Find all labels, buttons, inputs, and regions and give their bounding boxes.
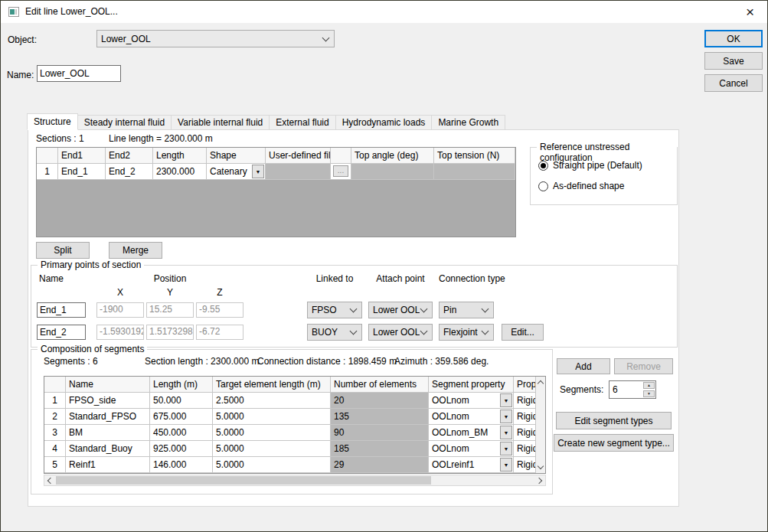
- row-number[interactable]: 1: [37, 164, 58, 180]
- cell-length[interactable]: 2300.000: [153, 164, 207, 180]
- row-number[interactable]: 2: [44, 409, 66, 425]
- scroll-right-icon[interactable]: [536, 478, 542, 484]
- ok-button[interactable]: OK: [704, 30, 763, 47]
- cancel-button[interactable]: Cancel: [704, 74, 763, 92]
- tab-steady-internal-fluid[interactable]: Steady internal fluid: [77, 115, 172, 129]
- segment-row: 3 BM 450.000 5.0000 90 OOLnom_BM ▼ Rigid: [44, 425, 545, 441]
- end1-name-input[interactable]: [37, 302, 86, 318]
- cell-target-element-length[interactable]: 5.0000: [213, 457, 331, 473]
- row-number[interactable]: 4: [44, 441, 66, 457]
- tab-marine-growth[interactable]: Marine Growth: [431, 115, 505, 129]
- cell-target-element-length[interactable]: 5.0000: [213, 425, 331, 441]
- browse-button[interactable]: ...: [333, 165, 348, 177]
- spin-down-icon[interactable]: ▼: [643, 390, 655, 397]
- scroll-down-icon[interactable]: [538, 463, 544, 469]
- spin-up-icon[interactable]: ▲: [643, 382, 655, 389]
- split-button[interactable]: Split: [36, 242, 90, 259]
- tab-variable-internal-fluid[interactable]: Variable internal fluid: [171, 115, 270, 129]
- dropdown-arrow-button[interactable]: ▼: [252, 165, 264, 178]
- name-input[interactable]: [37, 65, 121, 82]
- cell-segment-property[interactable]: OOLnom ▼: [429, 409, 514, 425]
- dropdown-arrow-button[interactable]: ▼: [500, 393, 512, 407]
- cell-shape[interactable]: Catenary ▼: [207, 164, 266, 180]
- end2-attach-point-combobox[interactable]: Lower OOL: [368, 324, 433, 341]
- end2-linked-to-combobox[interactable]: BUOY: [307, 324, 362, 341]
- name-label: Name:: [7, 70, 34, 80]
- tab-structure[interactable]: Structure: [27, 113, 78, 130]
- scrollbar-thumb[interactable]: [56, 476, 431, 485]
- attach-point-label: Attach point: [368, 273, 433, 284]
- cell-prop[interactable]: Rigid: [514, 393, 538, 409]
- cell-name[interactable]: Reinf1: [66, 457, 150, 473]
- cell-segment-property[interactable]: OOLreinf1 ▼: [429, 457, 514, 473]
- scroll-left-icon[interactable]: [47, 478, 54, 484]
- cell-length[interactable]: 675.000: [150, 409, 213, 425]
- cell-target-element-length[interactable]: 2.5000: [213, 393, 331, 409]
- segment-property-value: OOLnom_BM: [432, 427, 488, 438]
- cell-target-element-length[interactable]: 5.0000: [213, 409, 331, 425]
- end1-linked-to-combobox[interactable]: FPSO: [307, 302, 362, 318]
- dropdown-arrow-button[interactable]: ▼: [500, 458, 512, 472]
- radio-straight-pipe[interactable]: [538, 161, 548, 171]
- add-segment-button[interactable]: Add: [557, 358, 610, 374]
- sections-table: End1 End2 Length Shape User-defined file…: [36, 147, 516, 237]
- radio-as-defined-shape[interactable]: [538, 181, 548, 191]
- create-segment-type-button[interactable]: Create new segment type...: [554, 434, 674, 452]
- cell-name[interactable]: BM: [66, 425, 150, 441]
- cell-prop[interactable]: Rigid: [514, 409, 538, 425]
- end1-attach-point-combobox[interactable]: Lower OOL: [368, 302, 433, 318]
- linked-to-label: Linked to: [307, 273, 362, 284]
- cell-number-of-elements: 185: [331, 441, 429, 457]
- cell-prop[interactable]: Rigid: [514, 441, 538, 457]
- vertical-scrollbar[interactable]: [535, 377, 545, 473]
- cell-segment-property[interactable]: OOLnom ▼: [429, 393, 514, 409]
- cell-length[interactable]: 450.000: [150, 425, 213, 441]
- end1-connection-type-combobox[interactable]: Pin: [439, 302, 494, 318]
- cell-end1[interactable]: End_1: [58, 164, 106, 180]
- cell-target-element-length[interactable]: 5.0000: [213, 441, 331, 457]
- end2-x-field: -1.5930192: [96, 325, 144, 340]
- cell-length[interactable]: 146.000: [150, 457, 213, 473]
- cell-end2[interactable]: End_2: [106, 164, 153, 180]
- edit-segment-types-button[interactable]: Edit segment types: [556, 412, 672, 429]
- tab-external-fluid[interactable]: External fluid: [269, 115, 335, 129]
- cell-length[interactable]: 925.000: [150, 441, 213, 457]
- end1-y-field: 15.25: [146, 302, 194, 318]
- header-name: Name: [66, 377, 150, 393]
- cell-segment-property[interactable]: OOLnom ▼: [429, 441, 514, 457]
- cell-prop[interactable]: Rigid: [514, 457, 538, 473]
- scroll-up-icon[interactable]: [538, 380, 544, 387]
- cell-length[interactable]: 50.000: [150, 393, 213, 409]
- dropdown-arrow-button[interactable]: ▼: [500, 410, 512, 423]
- merge-button[interactable]: Merge: [109, 242, 162, 259]
- y-label: Y: [146, 287, 194, 298]
- cell-name[interactable]: FPSO_side: [66, 393, 150, 409]
- cell-name[interactable]: Standard_Buoy: [66, 441, 150, 457]
- object-label: Object:: [8, 34, 37, 45]
- dropdown-arrow-button[interactable]: ▼: [500, 426, 512, 439]
- segments-table-header: Name Length (m) Target element length (m…: [44, 377, 545, 393]
- segments-spinner[interactable]: ▲ ▼: [609, 380, 656, 399]
- end2-name-input[interactable]: [37, 325, 86, 340]
- end2-connection-type-combobox[interactable]: Flexjoint: [439, 324, 494, 341]
- tab-hydrodynamic-loads[interactable]: Hydrodynamic loads: [335, 115, 433, 129]
- header-top-tension: Top tension (N): [434, 148, 515, 164]
- cell-prop[interactable]: Rigid: [514, 425, 538, 441]
- cell-segment-property[interactable]: OOLnom_BM ▼: [429, 425, 514, 441]
- object-combobox[interactable]: Lower_OOL: [96, 30, 335, 47]
- horizontal-scrollbar[interactable]: [44, 475, 546, 486]
- row-number[interactable]: 1: [44, 393, 66, 409]
- dropdown-arrow-button[interactable]: ▼: [500, 442, 512, 455]
- cell-top-angle: [351, 164, 434, 180]
- cell-top-tension: [434, 164, 515, 180]
- cell-browse: ...: [331, 164, 351, 180]
- close-icon[interactable]: ×: [733, 1, 767, 23]
- row-number[interactable]: 3: [44, 425, 66, 441]
- reference-unstressed-configuration-group: Reference unstressed configuration Strai…: [530, 147, 678, 205]
- segments-spinner-input[interactable]: [609, 381, 646, 398]
- cell-name[interactable]: Standard_FPSO: [66, 409, 150, 425]
- row-number[interactable]: 5: [44, 457, 66, 473]
- save-button[interactable]: Save: [704, 52, 763, 70]
- edit-connection-button[interactable]: Edit...: [502, 324, 544, 341]
- chevron-down-icon: [482, 328, 489, 335]
